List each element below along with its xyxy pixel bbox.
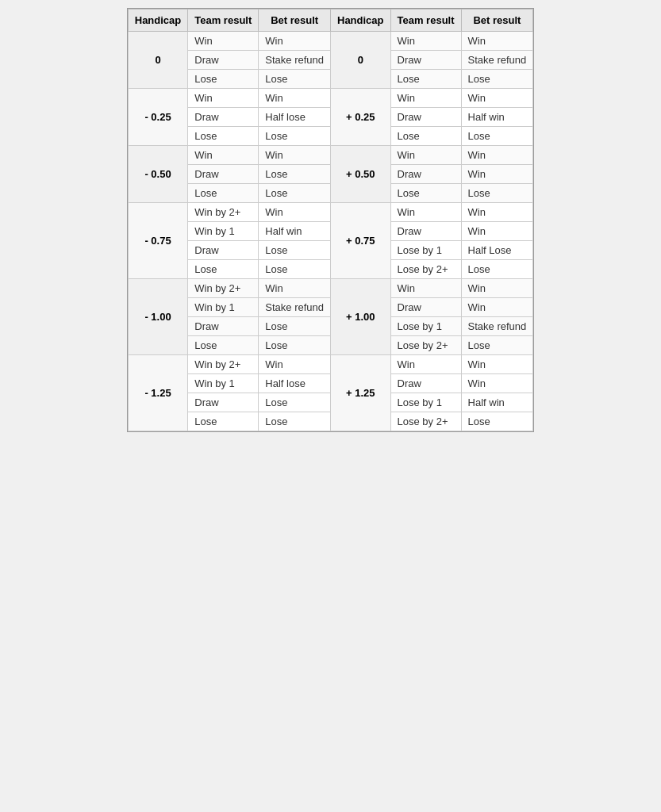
bet-result-right: Win (461, 222, 533, 241)
team-result-left: Draw (188, 241, 259, 260)
table-row: - 1.25Win by 2+Win+ 1.25WinWin (128, 355, 533, 374)
table-row: - 0.25WinWin+ 0.25WinWin (128, 89, 533, 108)
col-header-team-result-left: Team result (188, 10, 259, 32)
bet-result-right: Win (461, 355, 533, 374)
handicap-left-cell: - 0.25 (128, 89, 188, 146)
team-result-right: Draw (390, 374, 461, 393)
team-result-left: Lose (188, 260, 259, 279)
team-result-left: Win by 2+ (188, 203, 259, 222)
team-result-right: Win (390, 279, 461, 298)
bet-result-left: Lose (259, 393, 331, 412)
team-result-right: Draw (390, 165, 461, 184)
team-result-right: Win (390, 89, 461, 108)
team-result-right: Draw (390, 108, 461, 127)
team-result-left: Lose (188, 70, 259, 89)
team-result-left: Win by 2+ (188, 279, 259, 298)
col-header-handicap-left: Handicap (128, 10, 188, 32)
bet-result-left: Half win (259, 222, 331, 241)
bet-result-right: Lose (461, 260, 533, 279)
bet-result-right: Win (461, 146, 533, 165)
col-header-bet-result-left: Bet result (259, 10, 331, 32)
team-result-right: Win (390, 146, 461, 165)
bet-result-right: Win (461, 279, 533, 298)
bet-result-left: Lose (259, 317, 331, 336)
bet-result-right: Win (461, 89, 533, 108)
team-result-left: Draw (188, 51, 259, 70)
team-result-right: Lose by 1 (390, 317, 461, 336)
team-result-left: Win by 2+ (188, 355, 259, 374)
bet-result-right: Win (461, 298, 533, 317)
bet-result-right: Lose (461, 127, 533, 146)
bet-result-right: Half win (461, 393, 533, 412)
team-result-left: Win (188, 32, 259, 51)
handicap-left-cell: - 1.00 (128, 279, 188, 355)
bet-result-left: Win (259, 89, 331, 108)
bet-result-left: Lose (259, 165, 331, 184)
bet-result-right: Stake refund (461, 51, 533, 70)
team-result-right: Draw (390, 298, 461, 317)
team-result-left: Win by 1 (188, 374, 259, 393)
bet-result-left: Stake refund (259, 298, 331, 317)
handicap-right-cell: 0 (331, 32, 391, 89)
team-result-right: Lose by 2+ (390, 260, 461, 279)
team-result-left: Lose (188, 127, 259, 146)
team-result-right: Lose by 1 (390, 393, 461, 412)
handicap-right-cell: + 0.50 (331, 146, 391, 203)
bet-result-left: Lose (259, 241, 331, 260)
handicap-right-cell: + 1.25 (331, 355, 391, 431)
bet-result-right: Half Lose (461, 241, 533, 260)
bet-result-left: Half lose (259, 374, 331, 393)
table-row: - 1.00Win by 2+Win+ 1.00WinWin (128, 279, 533, 298)
handicap-left-cell: - 0.50 (128, 146, 188, 203)
bet-result-right: Lose (461, 70, 533, 89)
team-result-right: Lose by 1 (390, 241, 461, 260)
bet-result-left: Lose (259, 70, 331, 89)
handicap-left-cell: - 1.25 (128, 355, 188, 431)
bet-result-left: Win (259, 355, 331, 374)
team-result-right: Lose (390, 127, 461, 146)
team-result-left: Draw (188, 317, 259, 336)
bet-result-left: Lose (259, 127, 331, 146)
bet-result-right: Half win (461, 108, 533, 127)
header-row: Handicap Team result Bet result Handicap… (128, 10, 533, 32)
team-result-left: Win (188, 146, 259, 165)
handicap-table-wrapper: Handicap Team result Bet result Handicap… (127, 8, 535, 432)
bet-result-right: Win (461, 32, 533, 51)
bet-result-left: Win (259, 146, 331, 165)
team-result-left: Lose (188, 412, 259, 431)
team-result-right: Lose by 2+ (390, 412, 461, 431)
team-result-right: Win (390, 32, 461, 51)
team-result-left: Draw (188, 393, 259, 412)
bet-result-left: Win (259, 32, 331, 51)
team-result-right: Win (390, 203, 461, 222)
team-result-left: Win by 1 (188, 222, 259, 241)
handicap-left-cell: 0 (128, 32, 188, 89)
bet-result-left: Stake refund (259, 51, 331, 70)
col-header-bet-result-right: Bet result (461, 10, 533, 32)
team-result-left: Win by 1 (188, 298, 259, 317)
team-result-left: Win (188, 89, 259, 108)
team-result-left: Lose (188, 336, 259, 355)
handicap-left-cell: - 0.75 (128, 203, 188, 279)
bet-result-left: Half lose (259, 108, 331, 127)
team-result-right: Draw (390, 51, 461, 70)
handicap-table: Handicap Team result Bet result Handicap… (128, 9, 534, 431)
col-header-handicap-right: Handicap (331, 10, 391, 32)
table-row: - 0.50WinWin+ 0.50WinWin (128, 146, 533, 165)
bet-result-left: Win (259, 279, 331, 298)
bet-result-right: Lose (461, 184, 533, 203)
bet-result-right: Stake refund (461, 317, 533, 336)
handicap-right-cell: + 1.00 (331, 279, 391, 355)
bet-result-left: Lose (259, 184, 331, 203)
bet-result-right: Win (461, 374, 533, 393)
team-result-right: Lose (390, 184, 461, 203)
team-result-right: Win (390, 355, 461, 374)
team-result-left: Draw (188, 108, 259, 127)
team-result-right: Draw (390, 222, 461, 241)
bet-result-left: Lose (259, 412, 331, 431)
table-row: - 0.75Win by 2+Win+ 0.75WinWin (128, 203, 533, 222)
table-row: 0WinWin0WinWin (128, 32, 533, 51)
handicap-right-cell: + 0.75 (331, 203, 391, 279)
bet-result-left: Win (259, 203, 331, 222)
team-result-left: Lose (188, 184, 259, 203)
